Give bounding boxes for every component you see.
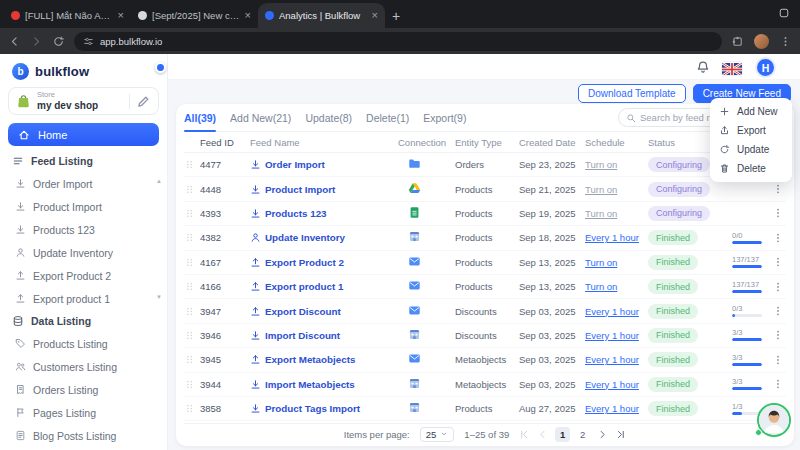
schedule-link[interactable]: Every 1 hour bbox=[585, 330, 639, 341]
drag-handle-icon[interactable] bbox=[184, 231, 200, 244]
feed-name-link[interactable]: Export Product 2 bbox=[250, 257, 344, 268]
browser-profile-avatar[interactable] bbox=[754, 34, 769, 49]
row-menu-icon[interactable] bbox=[772, 232, 786, 244]
menu-item-delete[interactable]: Delete bbox=[710, 159, 792, 178]
schedule-link[interactable]: Every 1 hour bbox=[585, 379, 639, 390]
feed-name-link[interactable]: Order Import bbox=[250, 159, 325, 170]
schedule-link[interactable]: Turn on bbox=[585, 281, 617, 292]
user-avatar[interactable]: H bbox=[755, 57, 776, 78]
browser-tab[interactable]: [FULL] Mắt Não Audio Số 39× bbox=[4, 3, 131, 28]
new-tab-button[interactable]: + bbox=[385, 4, 407, 28]
download-template-button[interactable]: Download Template bbox=[578, 84, 686, 103]
menu-item-export[interactable]: Export bbox=[710, 121, 792, 140]
feed-name-link[interactable]: Update Inventory bbox=[250, 232, 345, 243]
tab-delete-1[interactable]: Delete(1) bbox=[366, 104, 409, 132]
sidebar-item-customers-listing[interactable]: Customers Listing bbox=[0, 355, 167, 378]
first-page-icon[interactable] bbox=[519, 429, 530, 440]
tab-close-icon[interactable]: × bbox=[245, 10, 251, 21]
row-menu-icon[interactable] bbox=[772, 256, 786, 268]
column-header-schedule[interactable]: Schedule bbox=[585, 137, 648, 148]
store-selector[interactable]: Store my dev shop bbox=[8, 87, 159, 115]
drag-handle-icon[interactable] bbox=[184, 183, 200, 196]
row-menu-icon[interactable] bbox=[772, 378, 786, 390]
drag-handle-icon[interactable] bbox=[184, 353, 200, 366]
tab-groups-icon[interactable] bbox=[778, 7, 790, 19]
page-button-2[interactable]: 2 bbox=[575, 427, 590, 442]
row-menu-icon[interactable] bbox=[772, 207, 786, 219]
schedule-link[interactable]: Turn on bbox=[585, 257, 617, 268]
column-header-entity-type[interactable]: Entity Type bbox=[455, 137, 519, 148]
scroll-up-arrow[interactable]: ▲ bbox=[156, 178, 162, 184]
feed-name-link[interactable]: Export product 1 bbox=[250, 281, 343, 292]
drag-handle-icon[interactable] bbox=[184, 378, 200, 391]
menu-item-update[interactable]: Update bbox=[710, 140, 792, 159]
column-header-feed-name[interactable]: Feed Name bbox=[250, 137, 398, 148]
last-page-icon[interactable] bbox=[615, 429, 626, 440]
drag-handle-icon[interactable] bbox=[184, 207, 200, 220]
column-header-feed-id[interactable]: Feed ID bbox=[200, 137, 250, 148]
back-icon[interactable] bbox=[8, 35, 21, 48]
sidebar-item-export-product-2[interactable]: Export Product 2 bbox=[0, 264, 167, 287]
feed-name-link[interactable]: Products 123 bbox=[250, 208, 327, 219]
feed-name-link[interactable]: Product Import bbox=[250, 184, 335, 195]
row-menu-icon[interactable] bbox=[772, 281, 786, 293]
sidebar-item-product-import[interactable]: Product Import bbox=[0, 195, 167, 218]
browser-menu-icon[interactable] bbox=[779, 35, 792, 48]
address-bar[interactable]: app.bulkflow.io bbox=[74, 32, 722, 51]
support-chat-avatar[interactable] bbox=[757, 403, 791, 437]
feed-name-link[interactable]: Export Metaobjects bbox=[250, 354, 355, 365]
schedule-link[interactable]: Turn on bbox=[585, 159, 617, 170]
tab-close-icon[interactable]: × bbox=[372, 10, 378, 21]
feed-name-link[interactable]: Import Metaobjects bbox=[250, 379, 355, 390]
schedule-link[interactable]: Turn on bbox=[585, 208, 617, 219]
sidebar-toggle-dot[interactable] bbox=[155, 62, 166, 73]
sidebar-item-pages-listing[interactable]: Pages Listing bbox=[0, 401, 167, 424]
schedule-link[interactable]: Every 1 hour bbox=[585, 232, 639, 243]
sidebar-item-export-product-1[interactable]: Export product 1 bbox=[0, 287, 167, 310]
row-menu-icon[interactable] bbox=[772, 183, 786, 195]
sidebar-item-products-listing[interactable]: Products Listing bbox=[0, 332, 167, 355]
scroll-down-arrow[interactable]: ▼ bbox=[156, 294, 162, 300]
sidebar-item-order-import[interactable]: Order Import bbox=[0, 172, 167, 195]
drag-handle-icon[interactable] bbox=[184, 402, 200, 415]
sidebar-item-products-123[interactable]: Products 123 bbox=[0, 218, 167, 241]
drag-handle-icon[interactable] bbox=[184, 256, 200, 269]
row-menu-icon[interactable] bbox=[772, 305, 786, 317]
page-button-1[interactable]: 1 bbox=[555, 427, 570, 442]
items-per-page-select[interactable]: 25 bbox=[420, 427, 455, 442]
sidebar-item-update-inventory[interactable]: Update Inventory bbox=[0, 241, 167, 264]
row-menu-icon[interactable] bbox=[772, 329, 786, 341]
browser-tab[interactable]: [Sept/2025] New content - Ha× bbox=[131, 3, 258, 28]
site-settings-icon[interactable] bbox=[83, 36, 94, 47]
notification-bell-icon[interactable] bbox=[696, 60, 710, 74]
prev-page-icon[interactable] bbox=[537, 429, 548, 440]
tab-add-new-21[interactable]: Add New(21) bbox=[230, 104, 291, 132]
nav-section-data-listing[interactable]: Data Listing bbox=[0, 310, 167, 332]
feed-name-link[interactable]: Export Discount bbox=[250, 306, 341, 317]
schedule-link[interactable]: Every 1 hour bbox=[585, 354, 639, 365]
reload-icon[interactable] bbox=[52, 35, 65, 48]
schedule-link[interactable]: Every 1 hour bbox=[585, 306, 639, 317]
sidebar-item-blog-posts-listing[interactable]: Blog Posts Listing bbox=[0, 424, 167, 447]
column-header-created-date[interactable]: Created Date bbox=[519, 137, 585, 148]
edit-store-icon[interactable] bbox=[136, 94, 151, 109]
language-flag-icon[interactable] bbox=[722, 62, 742, 75]
sidebar-item-home[interactable]: Home bbox=[8, 123, 159, 146]
sidebar-item-orders-listing[interactable]: Orders Listing bbox=[0, 378, 167, 401]
next-page-icon[interactable] bbox=[597, 429, 608, 440]
feed-name-link[interactable]: Import Discount bbox=[250, 330, 340, 341]
drag-handle-icon[interactable] bbox=[184, 329, 200, 342]
drag-handle-icon[interactable] bbox=[184, 305, 200, 318]
nav-section-feed-listing[interactable]: Feed Listing bbox=[0, 150, 167, 172]
tab-update-8[interactable]: Update(8) bbox=[305, 104, 352, 132]
row-menu-icon[interactable] bbox=[772, 354, 786, 366]
column-header-connection[interactable]: Connection bbox=[398, 137, 455, 148]
tab-export-9[interactable]: Export(9) bbox=[423, 104, 466, 132]
schedule-link[interactable]: Turn on bbox=[585, 184, 617, 195]
menu-item-add-new[interactable]: Add New bbox=[710, 102, 792, 121]
extensions-icon[interactable] bbox=[731, 35, 744, 48]
tab-all-39[interactable]: All(39) bbox=[184, 104, 216, 132]
tab-close-icon[interactable]: × bbox=[118, 10, 124, 21]
drag-handle-icon[interactable] bbox=[184, 280, 200, 293]
schedule-link[interactable]: Every 1 hour bbox=[585, 403, 639, 414]
